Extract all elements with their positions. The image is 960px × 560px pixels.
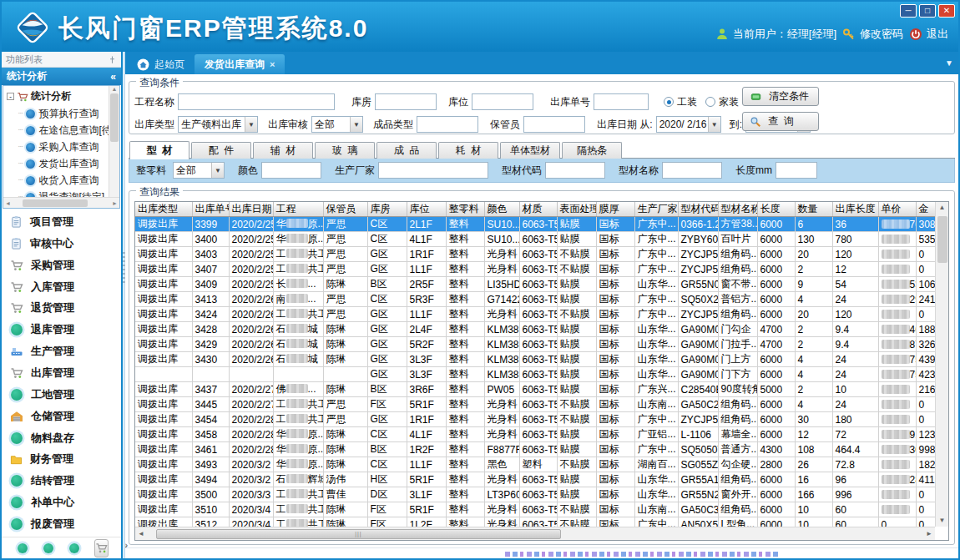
column-header-库位[interactable]: 库位 <box>407 202 446 217</box>
column-header-型材名称[interactable]: 型材名称 <box>718 202 757 217</box>
material-tab-型材[interactable]: 型 材 <box>129 141 189 159</box>
radio-jiazhuang[interactable]: 家装 <box>705 95 739 109</box>
product-type-input[interactable] <box>417 116 478 133</box>
column-header-出库单号[interactable]: 出库单号 <box>192 202 229 217</box>
grid-vertical-scrollbar[interactable]: ▲▼ <box>935 202 948 527</box>
profile-name-input[interactable] <box>662 162 722 179</box>
sidebar-item-入库管理[interactable]: 入库管理 <box>10 280 121 295</box>
table-row[interactable]: 调拨出库34582020/2/28华原...陈琳C区4L1F整料光身料6063-… <box>135 427 935 442</box>
table-row[interactable]: 调拨出库33992020/2/25华原...严思C区2L1F整料SU10...6… <box>135 217 935 232</box>
column-header-长度[interactable]: 长度 <box>757 202 795 217</box>
tab-home[interactable]: 起始页 <box>127 54 195 74</box>
tab-close-icon[interactable]: × <box>270 59 275 69</box>
tree-item[interactable]: ┄收货入库查询 <box>3 172 119 189</box>
column-header-工程[interactable]: 工程 <box>273 202 323 217</box>
tree-root-statistics[interactable]: - 统计分析 <box>3 88 119 105</box>
project-name-input[interactable] <box>178 93 335 110</box>
profile-code-input[interactable] <box>545 162 605 179</box>
close-button[interactable]: ✕ <box>938 4 955 18</box>
clear-conditions-button[interactable]: 清空条件 <box>742 87 819 106</box>
order-no-input[interactable] <box>594 93 649 110</box>
quick-icon-3[interactable] <box>69 543 79 553</box>
tab-shipping-outbound-query[interactable]: 发货出库查询 × <box>195 54 285 74</box>
tree-item[interactable]: ┄采购入库查询 <box>3 139 119 155</box>
out-type-combo[interactable]: 生产领料出库▼ <box>178 116 258 133</box>
column-header-保管员[interactable]: 保管员 <box>323 202 367 217</box>
column-header-型材代码[interactable]: 型材代码 <box>678 202 718 217</box>
change-password-button[interactable]: 修改密码 <box>842 27 903 42</box>
sidebar-item-审核中心[interactable]: 审核中心 <box>10 236 121 251</box>
tree-horizontal-scrollbar[interactable]: ◄► <box>3 197 119 208</box>
sidebar-item-工地管理[interactable]: 工地管理 <box>10 387 121 402</box>
tab-list-caret-icon[interactable]: ▼ <box>945 58 953 68</box>
column-header-颜色[interactable]: 颜色 <box>484 202 519 217</box>
column-header-出库长度[interactable]: 出库长度 <box>832 202 878 217</box>
material-tab-玻璃[interactable]: 玻 璃 <box>315 142 375 159</box>
pin-icon[interactable] <box>108 55 117 64</box>
whole-piece-combo[interactable]: 全部▼ <box>173 162 225 179</box>
table-row[interactable]: 调拨出库34092020/2/25长...陈琳B区2R5F整料LI35HD606… <box>135 277 935 292</box>
sidebar-item-出库管理[interactable]: 出库管理 <box>10 366 121 381</box>
room-input[interactable] <box>375 93 437 110</box>
color-input[interactable] <box>261 162 321 179</box>
material-tab-耗材[interactable]: 耗 材 <box>438 142 498 159</box>
column-header-金[interactable]: 金 <box>916 202 935 217</box>
table-row[interactable]: 调拨出库34292020/2/26石城陈琳G区5R2F整料KLM38176063… <box>135 337 935 352</box>
column-header-表面处理[interactable]: 表面处理 <box>557 202 596 217</box>
search-button[interactable]: 查 询 <box>742 112 819 131</box>
table-row[interactable]: 调拨出库34072020/2/25工共工程严思G区1L1F整料光身料6063-T… <box>135 262 935 277</box>
table-row[interactable]: 调拨出库34302020/2/26石城陈琳G区3L3F整料KLM38176063… <box>135 352 935 367</box>
sidebar-item-报废管理[interactable]: 报废管理 <box>10 517 121 532</box>
factory-input[interactable] <box>378 162 488 179</box>
table-row[interactable]: 调拨出库34002020/2/25华原...严思C区4L1F整料SU10...6… <box>135 232 935 247</box>
column-header-材质[interactable]: 材质 <box>519 202 557 217</box>
table-row[interactable]: 调拨出库34932020/3/2华原...陈琳C区1L1F整料黑色塑料不贴膜国标… <box>135 457 935 472</box>
tree-item[interactable]: ┄预算执行查询 <box>3 105 119 122</box>
quick-icon-2[interactable] <box>43 543 53 553</box>
tree-item[interactable]: ┄在途信息查询[待 <box>3 122 119 139</box>
tree-vertical-scrollbar[interactable]: ▲ <box>109 86 119 198</box>
column-header-单价[interactable]: 单价 <box>878 202 916 217</box>
sidebar-item-财务管理[interactable]: 财务管理 <box>10 452 121 467</box>
collapse-icon[interactable]: « <box>110 71 116 83</box>
column-header-整零料[interactable]: 整零料 <box>446 202 484 217</box>
table-row[interactable]: 调拨出库34542020/2/28工共工程严思G区1R1F整料光身料6063-T… <box>135 412 935 427</box>
radio-gongzhuang[interactable]: 工装 <box>664 95 697 109</box>
tree-expander-icon[interactable]: - <box>7 93 14 100</box>
minimize-button[interactable]: ─ <box>900 4 917 18</box>
table-row[interactable]: 调拨出库34452020/2/27工共工程严思F区5R1F整料光身料6063-T… <box>135 397 935 412</box>
logout-button[interactable]: 退出 <box>909 27 948 42</box>
table-row[interactable]: 调拨出库34132020/2/26南...严思C区5R3F整料G71422606… <box>135 292 935 307</box>
sidebar-item-仓储管理[interactable]: 仓储管理 <box>10 409 121 424</box>
sidebar-item-生产管理[interactable]: 生产管理 <box>10 344 121 359</box>
column-header-出库类型[interactable]: 出库类型 <box>135 202 192 217</box>
material-tab-配件[interactable]: 配 件 <box>191 142 251 159</box>
sidebar-item-项目管理[interactable]: 项目管理 <box>10 214 121 230</box>
table-row[interactable]: G区3L3F整料KLM38176063-T5贴膜国标山东华...GA90M09.… <box>135 367 935 382</box>
sidebar-section-header[interactable]: 统计分析 « <box>2 68 121 85</box>
column-header-库房[interactable]: 库房 <box>367 202 407 217</box>
tree-item[interactable]: ┄发货出库查询 <box>3 155 119 172</box>
column-header-数量[interactable]: 数量 <box>795 202 832 217</box>
location-input[interactable] <box>472 93 533 110</box>
table-row[interactable]: 调拨出库34032020/2/25工共工程严思G区1R1F整料光身料6063-T… <box>135 247 935 262</box>
sidebar-item-退库管理[interactable]: 退库管理 <box>10 322 121 337</box>
table-row[interactable]: 调拨出库34372020/2/27佛...陈琳B区3R6F整料PW056063-… <box>135 382 935 397</box>
material-tab-隔热条[interactable]: 隔热条 <box>562 142 622 159</box>
column-header-生产厂家[interactable]: 生产厂家 <box>634 202 678 217</box>
date-from-picker[interactable]: 2020/ 2/16▼ <box>656 116 721 133</box>
column-header-出库日期[interactable]: 出库日期 <box>229 202 273 217</box>
sidebar-item-物料盘存[interactable]: 物料盘存 <box>10 431 121 446</box>
quick-icon-1[interactable] <box>18 543 28 553</box>
table-row[interactable]: 调拨出库35122020/3/4工共工程陈琳F区1L2F整料光身料6063-T5… <box>135 517 935 527</box>
material-tab-辅材[interactable]: 辅 材 <box>253 142 313 159</box>
sidebar-item-补单中心[interactable]: 补单中心 <box>10 495 121 510</box>
maximize-button[interactable]: □ <box>919 4 936 18</box>
sidebar-item-退货管理[interactable]: 退货管理 <box>10 300 121 315</box>
sidebar-item-结转管理[interactable]: 结转管理 <box>10 473 121 488</box>
table-row[interactable]: 调拨出库35002020/3/3工共工程曹佳D区3L1F整料LT3P606063… <box>135 487 935 502</box>
grid-horizontal-scrollbar[interactable]: ◄|||► <box>135 527 935 540</box>
audit-combo[interactable]: 全部▼ <box>311 116 363 133</box>
column-header-膜厚[interactable]: 膜厚 <box>596 202 634 217</box>
material-tab-单体型材[interactable]: 单体型材 <box>500 142 560 159</box>
